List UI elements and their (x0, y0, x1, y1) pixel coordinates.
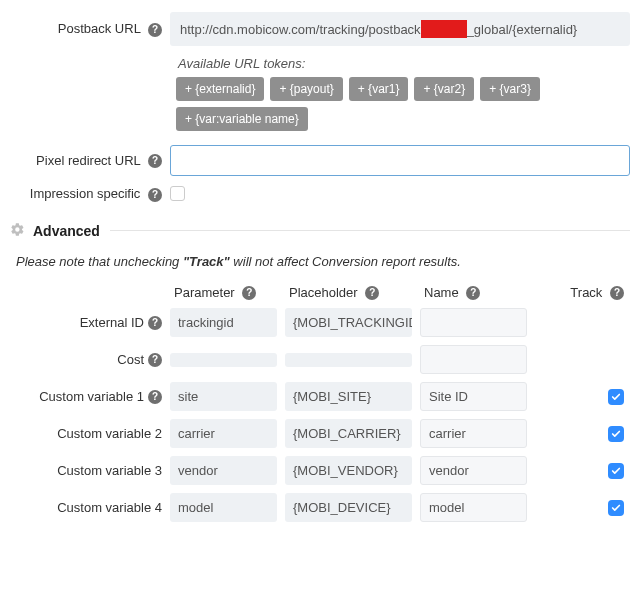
token-varname[interactable]: + {var:variable name} (176, 107, 308, 131)
name-input[interactable] (420, 345, 527, 374)
placeholder-field[interactable]: {MOBI_DEVICE} (285, 493, 412, 522)
placeholder-field[interactable] (285, 353, 412, 367)
header-parameter: Parameter (174, 285, 235, 300)
placeholder-field[interactable]: {MOBI_SITE} (285, 382, 412, 411)
param-row: Custom variable 1?site{MOBI_SITE} (10, 382, 630, 411)
track-checkbox[interactable] (608, 426, 624, 442)
token-var1[interactable]: + {var1} (349, 77, 409, 101)
help-icon[interactable]: ? (148, 154, 162, 168)
impression-specific-checkbox[interactable] (170, 186, 185, 201)
token-list: + {externalid} + {payout} + {var1} + {va… (170, 77, 630, 131)
header-name: Name (424, 285, 459, 300)
postback-url-input[interactable]: http://cdn.mobicow.com/tracking/postback… (170, 12, 630, 46)
help-icon[interactable]: ? (148, 188, 162, 202)
row-label: Custom variable 3 (57, 463, 162, 478)
help-icon[interactable]: ? (242, 286, 256, 300)
pixel-redirect-input[interactable] (170, 145, 630, 176)
help-icon[interactable]: ? (610, 286, 624, 300)
note-post: will not affect Conversion report result… (230, 254, 461, 269)
advanced-note: Please note that unchecking "Track" will… (16, 254, 630, 269)
tokens-label: Available URL tokens: (178, 56, 630, 71)
row-label: Custom variable 2 (57, 426, 162, 441)
track-checkbox[interactable] (608, 389, 624, 405)
note-bold: "Track" (183, 254, 230, 269)
param-row: Custom variable 2carrier{MOBI_CARRIER} (10, 419, 630, 448)
token-var2[interactable]: + {var2} (414, 77, 474, 101)
help-icon[interactable]: ? (148, 353, 162, 367)
impression-specific-label: Impression specific (30, 186, 141, 201)
row-label: Cost (117, 352, 144, 367)
row-label: Custom variable 1 (39, 389, 144, 404)
help-icon[interactable]: ? (148, 23, 162, 37)
track-checkbox[interactable] (608, 463, 624, 479)
header-track: Track (570, 285, 602, 300)
row-label: Custom variable 4 (57, 500, 162, 515)
token-payout[interactable]: + {payout} (270, 77, 342, 101)
placeholder-field[interactable]: {MOBI_VENDOR} (285, 456, 412, 485)
redacted-block (421, 20, 467, 38)
help-icon[interactable]: ? (365, 286, 379, 300)
advanced-title: Advanced (33, 223, 100, 239)
divider (110, 230, 630, 231)
postback-url-pre: http://cdn.mobicow.com/tracking/postback (180, 22, 421, 37)
placeholder-field[interactable]: {MOBI_TRACKINGID} (285, 308, 412, 337)
parameter-field[interactable] (170, 353, 277, 367)
name-input[interactable] (420, 456, 527, 485)
help-icon[interactable]: ? (148, 316, 162, 330)
name-input[interactable] (420, 493, 527, 522)
track-checkbox[interactable] (608, 500, 624, 516)
gear-icon (10, 222, 25, 240)
postback-url-post: _global/{externalid} (467, 22, 578, 37)
row-label: External ID (80, 315, 144, 330)
header-placeholder: Placeholder (289, 285, 358, 300)
param-row: Custom variable 4model{MOBI_DEVICE} (10, 493, 630, 522)
placeholder-field[interactable]: {MOBI_CARRIER} (285, 419, 412, 448)
token-var3[interactable]: + {var3} (480, 77, 540, 101)
param-row: Custom variable 3vendor{MOBI_VENDOR} (10, 456, 630, 485)
parameter-field[interactable]: model (170, 493, 277, 522)
help-icon[interactable]: ? (466, 286, 480, 300)
pixel-redirect-label: Pixel redirect URL (36, 153, 140, 168)
parameter-field[interactable]: carrier (170, 419, 277, 448)
param-row: Cost? (10, 345, 630, 374)
name-input[interactable] (420, 419, 527, 448)
name-input[interactable] (420, 382, 527, 411)
token-externalid[interactable]: + {externalid} (176, 77, 264, 101)
postback-url-label: Postback URL (58, 21, 141, 36)
parameter-field[interactable]: trackingid (170, 308, 277, 337)
note-pre: Please note that unchecking (16, 254, 183, 269)
name-input[interactable] (420, 308, 527, 337)
parameter-field[interactable]: vendor (170, 456, 277, 485)
param-row: External ID?trackingid{MOBI_TRACKINGID} (10, 308, 630, 337)
help-icon[interactable]: ? (148, 390, 162, 404)
parameter-field[interactable]: site (170, 382, 277, 411)
